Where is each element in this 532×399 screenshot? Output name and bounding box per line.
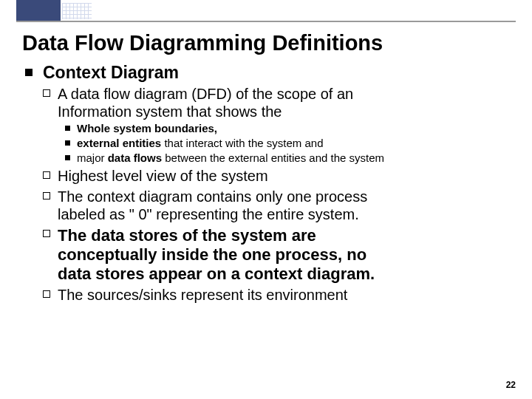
text: data flow diagram (DFD) of the scope of … [66, 86, 353, 102]
text-bold: external entities [77, 137, 161, 149]
text: A [58, 86, 66, 102]
text: Information system that shows the [58, 103, 282, 120]
slide-body: Data Flow Diagramming Definitions Contex… [0, 25, 532, 399]
text: The [58, 226, 86, 245]
subbullet-flows: major data flows between the external en… [65, 151, 510, 166]
header-rule [16, 21, 516, 22]
text: labeled as " 0" representing the entire … [58, 206, 359, 222]
text: sources/sinks represent its environment [83, 287, 347, 303]
text: The [58, 287, 83, 303]
section-heading: Context Diagram [22, 63, 510, 83]
page-number: 22 [506, 380, 516, 390]
bullet-highest-level: Highest level view of the system [43, 168, 510, 185]
text: between the external entities and the sy… [162, 151, 384, 164]
bullet-definition: A data flow diagram (DFD) of the scope o… [43, 86, 510, 120]
bullet-sources-sinks: The sources/sinks represent its environm… [43, 287, 510, 304]
text: The [58, 188, 83, 205]
bullet-data-stores: The data stores of the system are concep… [43, 226, 510, 284]
text: context diagram contains only one proces… [83, 188, 367, 205]
text: conceptually inside the one process, no [58, 245, 366, 264]
header-grid [62, 3, 92, 19]
bullet-one-process: The context diagram contains only one pr… [43, 188, 510, 223]
text: level view of the system [108, 168, 268, 184]
subbullet-entities: external entities that interact with the… [65, 137, 510, 151]
text: data stores appear on a context diagram. [58, 265, 375, 283]
header-block [16, 0, 61, 21]
text: Highest [58, 168, 108, 184]
text-bold: data flows [108, 151, 162, 164]
slide-title: Data Flow Diagramming Definitions [22, 31, 510, 55]
header-decoration [0, 0, 532, 25]
text: that interact with the system and [161, 137, 323, 149]
text: major [77, 151, 108, 164]
subbullet-boundaries: Whole system boundaries, [65, 122, 510, 136]
text: data stores of the system are [86, 226, 316, 245]
